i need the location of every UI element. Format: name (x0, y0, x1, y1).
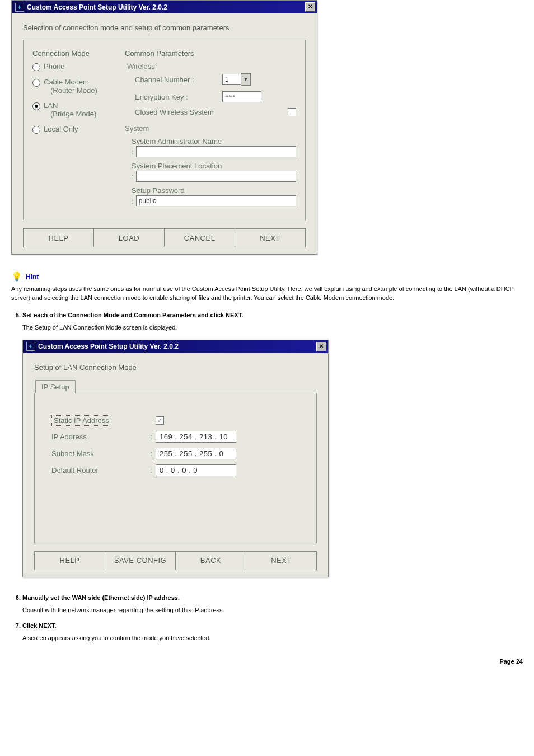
radio-local-only[interactable]: Local Only (32, 125, 125, 134)
hint-text: Any remaining steps uses the same ones a… (11, 285, 523, 303)
placement-location-label: System Placement Location (132, 162, 296, 170)
page-number: Page 24 (11, 658, 523, 665)
closed-wireless-checkbox[interactable] (288, 108, 296, 116)
radio-phone[interactable]: Phone (32, 62, 125, 71)
default-router-label: Default Router (51, 466, 147, 475)
app-icon: + (26, 342, 35, 351)
radio-cable-label: Cable Modem (44, 78, 89, 86)
channel-number-label: Channel Number : (135, 76, 219, 84)
radio-lan-sublabel: (Bridge Mode) (50, 110, 96, 118)
tab-ip-setup[interactable]: IP Setup (35, 380, 76, 393)
step-7-sub: A screen appears asking you to confirm t… (22, 635, 523, 641)
radio-phone-label: Phone (44, 62, 65, 71)
titlebar: + Custom Access Point Setup Utility Ver.… (12, 1, 317, 13)
sysadmin-name-label: System Administrator Name (132, 137, 296, 145)
radio-lan-label: LAN (44, 101, 58, 110)
next-button[interactable]: NEXT (235, 228, 306, 247)
app-icon: + (15, 3, 24, 12)
radio-icon (32, 102, 40, 110)
next-button[interactable]: NEXT (246, 551, 317, 570)
help-button[interactable]: HELP (23, 228, 94, 247)
load-button[interactable]: LOAD (94, 228, 165, 247)
closed-wireless-label: Closed Wireless System (135, 108, 284, 116)
cancel-button[interactable]: CANCEL (165, 228, 235, 247)
dialog-lan-connection-mode: + Custom Access Point Setup Utility Ver.… (22, 340, 329, 577)
subnet-mask-input[interactable]: 255 . 255 . 255 . 0 (156, 448, 236, 459)
close-icon[interactable]: ✕ (305, 2, 315, 12)
ip-address-input[interactable]: 169 . 254 . 213 . 10 (156, 431, 236, 443)
step-6-sub: Consult with the network manager regardi… (22, 607, 523, 613)
help-button[interactable]: HELP (34, 551, 105, 570)
encryption-key-label: Encryption Key : (135, 93, 219, 101)
titlebar: + Custom Access Point Setup Utility Ver.… (23, 340, 328, 353)
static-ip-label: Static IP Address (51, 415, 111, 426)
placement-location-input[interactable] (136, 171, 296, 182)
step-5: Set each of the Connection Mode and Comm… (22, 312, 523, 318)
connection-mode-heading: Connection Mode (32, 49, 125, 58)
window-title: Custom Access Point Setup Utility Ver. 2… (38, 342, 179, 350)
subnet-mask-label: Subnet Mask (51, 449, 147, 458)
radio-icon (32, 126, 40, 134)
setup-password-label: Setup Password (132, 186, 296, 195)
channel-number-dropdown[interactable]: 1 ▼ (222, 73, 251, 86)
save-config-button[interactable]: SAVE CONFIG (105, 551, 176, 570)
radio-cable-modem[interactable]: Cable Modem (Router Mode) (32, 78, 125, 95)
hint-row: 💡 Hint (11, 271, 523, 282)
setup-password-input[interactable]: public (136, 195, 296, 206)
step-6: Manually set the WAN side (Ethernet side… (22, 594, 523, 601)
static-ip-checkbox[interactable]: ✓ (156, 416, 164, 425)
dialog-connection-mode: + Custom Access Point Setup Utility Ver.… (11, 0, 317, 255)
dialog-intro: Setup of LAN Connection Mode (34, 363, 317, 372)
system-heading: System (125, 124, 296, 133)
default-router-input[interactable]: 0 . 0 . 0 . 0 (156, 464, 236, 476)
chevron-down-icon[interactable]: ▼ (241, 73, 251, 86)
common-parameters-heading: Common Parameters (125, 49, 296, 58)
radio-lan[interactable]: LAN (Bridge Mode) (32, 101, 125, 118)
step-5-sub: The Setup of LAN Connection Mode screen … (22, 324, 523, 331)
radio-icon (32, 63, 40, 71)
radio-cable-sublabel: (Router Mode) (50, 86, 97, 95)
sysadmin-name-input[interactable] (136, 146, 296, 157)
radio-local-label: Local Only (44, 125, 78, 133)
hint-label: Hint (26, 273, 39, 281)
close-icon[interactable]: ✕ (316, 342, 326, 351)
encryption-key-input[interactable]: ***** (222, 91, 261, 102)
back-button[interactable]: BACK (176, 551, 246, 570)
channel-number-value: 1 (222, 74, 241, 85)
step-7: Click NEXT. (22, 622, 523, 629)
wireless-heading: Wireless (127, 62, 296, 71)
dialog-intro: Selection of connection mode and setup o… (23, 24, 306, 32)
lightbulb-icon: 💡 (11, 271, 22, 282)
window-title: Custom Access Point Setup Utility Ver. 2… (27, 3, 167, 11)
ip-address-label: IP Address (51, 433, 147, 441)
radio-icon (32, 79, 40, 87)
